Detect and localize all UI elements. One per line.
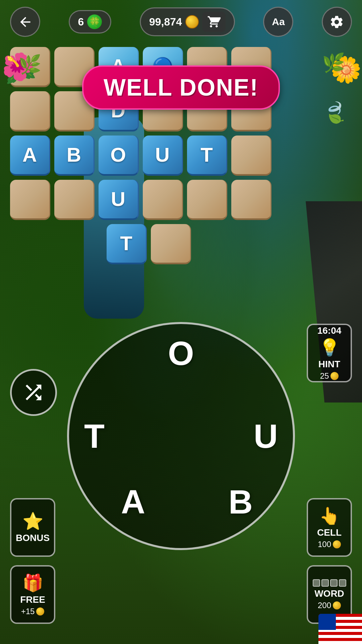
grid-row-4: U bbox=[10, 180, 352, 220]
bottom-left-buttons: ⭐ BONUS 🎁 FREE +15 bbox=[10, 498, 55, 624]
gift-icon: 🎁 bbox=[22, 573, 43, 593]
vine-branch-decoration: 🍃 bbox=[323, 101, 349, 124]
cell-cost: 100 bbox=[318, 540, 341, 549]
well-done-banner: WELL DONE! bbox=[82, 65, 280, 110]
wheel-letter-O[interactable]: O bbox=[168, 334, 194, 373]
coin-count: 99,874 bbox=[149, 16, 182, 28]
grid-row-3: A B O U T bbox=[10, 136, 352, 176]
word-cost: 200 bbox=[318, 601, 341, 610]
free-sublabel: +15 bbox=[21, 607, 45, 616]
word-tiles-icon bbox=[313, 579, 346, 587]
grid-row-5: T bbox=[10, 224, 352, 264]
grid-cell-U[interactable]: U bbox=[143, 136, 183, 176]
font-button[interactable]: Aa bbox=[263, 7, 293, 37]
cell-label: CELL bbox=[317, 527, 342, 538]
well-done-text: WELL DONE! bbox=[104, 74, 258, 101]
shuffle-button[interactable] bbox=[10, 369, 57, 416]
mini-coin-cell bbox=[333, 540, 341, 548]
lightbulb-icon: 💡 bbox=[319, 338, 340, 357]
free-button[interactable]: 🎁 FREE +15 bbox=[10, 565, 55, 624]
bottom-right-buttons: 👆 CELL 100 WORD 200 bbox=[307, 498, 352, 624]
back-button[interactable] bbox=[10, 7, 40, 37]
mini-coin-icon bbox=[330, 372, 339, 380]
settings-button[interactable] bbox=[322, 7, 352, 37]
hand-pointer-icon: 👆 bbox=[319, 506, 340, 526]
mini-coin-free bbox=[36, 607, 44, 615]
wheel-letter-T[interactable]: T bbox=[84, 417, 105, 455]
grid-cell-A[interactable]: A bbox=[10, 136, 50, 176]
grid-cell[interactable] bbox=[10, 91, 50, 131]
clover-count: 6 bbox=[78, 16, 84, 28]
word-tile bbox=[313, 579, 320, 587]
letter-wheel[interactable]: O T U A B bbox=[67, 322, 295, 550]
hint-timer: 16:04 bbox=[317, 325, 342, 336]
top-bar: 6 🍀 99,874 Aa bbox=[0, 0, 362, 44]
wheel-letter-U[interactable]: U bbox=[254, 417, 278, 455]
hint-button[interactable]: 16:04 💡 HINT 25 bbox=[307, 324, 352, 382]
bonus-label: BONUS bbox=[16, 533, 50, 543]
word-tile bbox=[339, 579, 346, 587]
coin-icon bbox=[185, 15, 199, 29]
mini-coin-word bbox=[333, 601, 341, 609]
free-label: FREE bbox=[20, 594, 45, 605]
star-icon: ⭐ bbox=[22, 512, 43, 531]
cell-button[interactable]: 👆 CELL 100 bbox=[307, 498, 352, 557]
grid-cell[interactable] bbox=[151, 224, 191, 264]
cart-button[interactable] bbox=[202, 12, 226, 32]
hint-cost: 25 bbox=[320, 371, 339, 381]
flag-canton bbox=[318, 614, 336, 630]
hint-label: HINT bbox=[318, 359, 340, 370]
wheel-letter-A[interactable]: A bbox=[121, 483, 145, 521]
vine-right-decoration: 🌿 bbox=[322, 52, 345, 74]
us-flag bbox=[318, 614, 362, 644]
grid-cell-T2[interactable]: T bbox=[107, 224, 147, 264]
word-tile bbox=[321, 579, 329, 587]
grid-cell[interactable] bbox=[10, 180, 50, 220]
wheel-background: O T U A B bbox=[67, 322, 295, 550]
word-label: WORD bbox=[314, 588, 344, 599]
grid-cell[interactable] bbox=[231, 136, 272, 176]
grid-cell-U2[interactable]: U bbox=[99, 180, 139, 220]
grid-cell[interactable] bbox=[143, 180, 183, 220]
grid-cell[interactable] bbox=[231, 180, 272, 220]
bonus-button[interactable]: ⭐ BONUS bbox=[10, 498, 55, 557]
grid-cell-O[interactable]: O bbox=[99, 136, 139, 176]
grid-cell-B[interactable]: B bbox=[54, 136, 95, 176]
clover-badge: 6 🍀 bbox=[69, 10, 112, 34]
grid-cell[interactable] bbox=[187, 180, 227, 220]
wheel-letter-B[interactable]: B bbox=[229, 483, 253, 521]
clover-icon: 🍀 bbox=[87, 14, 102, 29]
grid-cell-T[interactable]: T bbox=[187, 136, 227, 176]
word-tile bbox=[330, 579, 338, 587]
coins-badge: 99,874 bbox=[140, 7, 235, 36]
vine-left-decoration: 🌿 bbox=[18, 54, 42, 75]
grid-cell[interactable] bbox=[54, 180, 95, 220]
